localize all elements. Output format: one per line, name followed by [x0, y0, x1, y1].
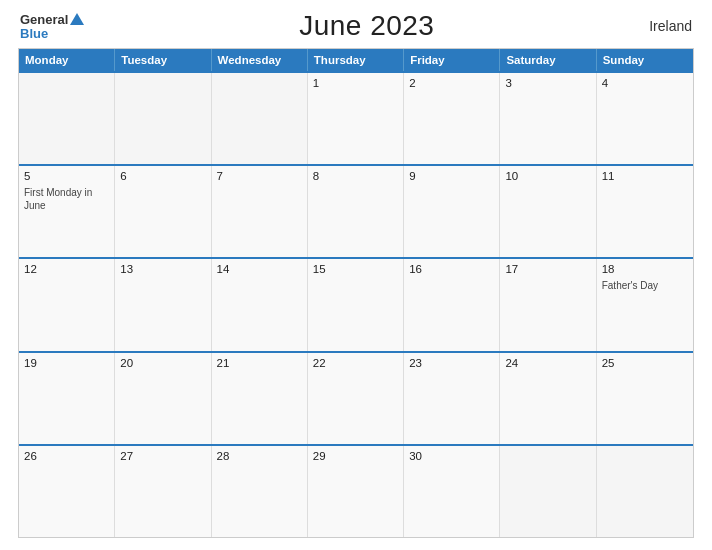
weeks-container: 12345First Monday in June678910111213141…: [19, 71, 693, 537]
week-row-3: 12131415161718Father's Day: [19, 257, 693, 350]
logo-general-text: General: [20, 13, 68, 26]
day-cell: 27: [115, 446, 211, 537]
day-number: 22: [313, 357, 398, 369]
day-number: 16: [409, 263, 494, 275]
day-number: 29: [313, 450, 398, 462]
day-number: 30: [409, 450, 494, 462]
day-cell: 8: [308, 166, 404, 257]
day-headers-row: MondayTuesdayWednesdayThursdayFridaySatu…: [19, 49, 693, 71]
day-cell: 7: [212, 166, 308, 257]
day-number: 25: [602, 357, 688, 369]
day-cell: 9: [404, 166, 500, 257]
week-row-5: 2627282930: [19, 444, 693, 537]
day-cell: 19: [19, 353, 115, 444]
logo-triangle-icon: [70, 13, 84, 25]
day-number: 21: [217, 357, 302, 369]
calendar-title: June 2023: [299, 10, 434, 42]
day-number: 5: [24, 170, 109, 182]
day-cell: 25: [597, 353, 693, 444]
day-header-tuesday: Tuesday: [115, 49, 211, 71]
day-number: 26: [24, 450, 109, 462]
day-cell: 2: [404, 73, 500, 164]
day-header-saturday: Saturday: [500, 49, 596, 71]
day-number: 1: [313, 77, 398, 89]
week-row-1: 1234: [19, 71, 693, 164]
day-number: 7: [217, 170, 302, 182]
day-cell: 30: [404, 446, 500, 537]
day-number: 24: [505, 357, 590, 369]
day-cell: [500, 446, 596, 537]
day-cell: 16: [404, 259, 500, 350]
day-cell: 14: [212, 259, 308, 350]
week-row-4: 19202122232425: [19, 351, 693, 444]
day-cell: 5First Monday in June: [19, 166, 115, 257]
day-cell: 1: [308, 73, 404, 164]
day-cell: [597, 446, 693, 537]
week-row-2: 5First Monday in June67891011: [19, 164, 693, 257]
day-number: 11: [602, 170, 688, 182]
day-number: 18: [602, 263, 688, 275]
day-cell: 6: [115, 166, 211, 257]
day-number: 2: [409, 77, 494, 89]
day-cell: 28: [212, 446, 308, 537]
day-cell: [19, 73, 115, 164]
calendar: MondayTuesdayWednesdayThursdayFridaySatu…: [18, 48, 694, 538]
day-cell: 21: [212, 353, 308, 444]
day-header-sunday: Sunday: [597, 49, 693, 71]
day-number: 12: [24, 263, 109, 275]
day-cell: 15: [308, 259, 404, 350]
day-number: 17: [505, 263, 590, 275]
day-header-monday: Monday: [19, 49, 115, 71]
day-cell: 17: [500, 259, 596, 350]
day-number: 6: [120, 170, 205, 182]
day-cell: 20: [115, 353, 211, 444]
day-number: 20: [120, 357, 205, 369]
day-number: 14: [217, 263, 302, 275]
day-cell: [115, 73, 211, 164]
day-cell: [212, 73, 308, 164]
day-number: 27: [120, 450, 205, 462]
day-cell: 22: [308, 353, 404, 444]
day-header-wednesday: Wednesday: [212, 49, 308, 71]
day-cell: 24: [500, 353, 596, 444]
day-header-thursday: Thursday: [308, 49, 404, 71]
logo: General Blue: [20, 13, 84, 40]
day-number: 23: [409, 357, 494, 369]
day-cell: 26: [19, 446, 115, 537]
day-cell: 13: [115, 259, 211, 350]
day-cell: 10: [500, 166, 596, 257]
day-cell: 23: [404, 353, 500, 444]
day-header-friday: Friday: [404, 49, 500, 71]
day-number: 3: [505, 77, 590, 89]
day-number: 15: [313, 263, 398, 275]
day-number: 8: [313, 170, 398, 182]
day-cell: 4: [597, 73, 693, 164]
logo-blue-text: Blue: [20, 27, 48, 40]
day-event: First Monday in June: [24, 186, 109, 212]
day-cell: 18Father's Day: [597, 259, 693, 350]
day-number: 10: [505, 170, 590, 182]
day-cell: 12: [19, 259, 115, 350]
day-cell: 3: [500, 73, 596, 164]
country-label: Ireland: [649, 18, 692, 34]
day-number: 19: [24, 357, 109, 369]
day-number: 28: [217, 450, 302, 462]
day-number: 13: [120, 263, 205, 275]
day-number: 4: [602, 77, 688, 89]
calendar-header: General Blue June 2023 Ireland: [0, 0, 712, 48]
day-cell: 29: [308, 446, 404, 537]
day-number: 9: [409, 170, 494, 182]
day-event: Father's Day: [602, 279, 688, 292]
day-cell: 11: [597, 166, 693, 257]
